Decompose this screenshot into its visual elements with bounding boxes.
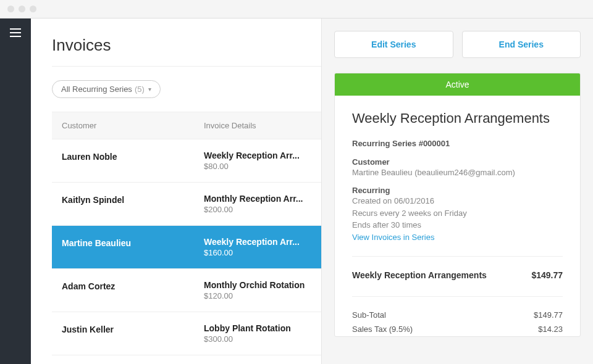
row-title: Lobby Plant Rotation [204, 323, 321, 333]
recurring-label: Recurring [352, 186, 563, 195]
window-zoom-dot[interactable] [30, 6, 36, 12]
end-series-button[interactable]: End Series [462, 31, 581, 58]
series-card: Active Weekly Reception Arrangements Rec… [334, 73, 581, 337]
filter-recurring-series[interactable]: All Recurring Series (5) ▾ [52, 80, 161, 98]
subtotal-label: Sub-Total [352, 310, 386, 320]
hamburger-icon[interactable] [10, 28, 21, 37]
table-row[interactable]: Adam Cortez Monthly Orchid Rotation $120… [52, 269, 321, 312]
tax-label: Sales Tax (9.5%) [352, 325, 413, 334]
row-customer: Adam Cortez [62, 280, 204, 300]
invoices-panel: Invoices All Recurring Series (5) ▾ Cust… [31, 19, 321, 364]
table-row[interactable]: Kaitlyn Spindel Monthly Reception Arr...… [52, 183, 321, 226]
status-badge: Active [335, 73, 580, 96]
row-amount: $160.00 [204, 248, 321, 257]
edit-series-button[interactable]: Edit Series [334, 31, 453, 58]
line-item-name: Weekly Reception Arrangements [352, 270, 487, 280]
row-amount: $120.00 [204, 291, 321, 300]
row-title: Weekly Reception Arr... [204, 237, 321, 247]
row-title: Weekly Reception Arr... [204, 151, 321, 160]
recurring-ends: Ends after 30 times [352, 219, 563, 231]
row-amount: $200.00 [204, 205, 321, 214]
subtotal-row: Sub-Total $149.77 [352, 308, 563, 322]
detail-panel: Edit Series End Series Active Weekly Rec… [321, 19, 593, 364]
customer-label: Customer [352, 157, 563, 167]
customer-value: Martine Beaulieu (beaulieum246@gmail.com… [352, 167, 563, 179]
row-title: Monthly Reception Arr... [204, 194, 321, 204]
row-amount: $300.00 [204, 334, 321, 344]
row-customer: Martine Beaulieu [62, 237, 204, 257]
recurring-frequency: Recurs every 2 weeks on Friday [352, 207, 563, 220]
row-amount: $80.00 [204, 162, 321, 171]
page-title: Invoices [52, 36, 321, 67]
series-id: Recurring Series #000001 [352, 138, 563, 150]
view-invoices-link[interactable]: View Invoices in Series [352, 233, 434, 242]
column-customer: Customer [62, 121, 204, 130]
series-title: Weekly Reception Arrangements [352, 110, 563, 126]
sidebar-nav [0, 19, 31, 364]
table-row[interactable]: Lauren Noble Weekly Reception Arr... $80… [52, 139, 321, 183]
table-header: Customer Invoice Details [52, 112, 321, 139]
table-row[interactable]: Justin Keller Lobby Plant Rotation $300.… [52, 312, 321, 355]
row-customer: Justin Keller [62, 323, 204, 344]
tax-value: $14.23 [538, 325, 563, 334]
filter-count: (5) [135, 85, 145, 94]
line-item: Weekly Reception Arrangements $149.77 [352, 268, 563, 283]
row-title: Monthly Orchid Rotation [204, 280, 321, 290]
line-item-price: $149.77 [531, 270, 563, 280]
window-minimize-dot[interactable] [19, 6, 25, 12]
tax-row: Sales Tax (9.5%) $14.23 [352, 322, 563, 336]
chevron-down-icon: ▾ [148, 86, 151, 93]
window-chrome [0, 0, 593, 19]
divider [352, 256, 563, 257]
subtotal-value: $149.77 [534, 310, 563, 320]
row-customer: Lauren Noble [62, 151, 204, 171]
table-row[interactable]: Martine Beaulieu Weekly Reception Arr...… [52, 226, 321, 269]
window-close-dot[interactable] [7, 6, 14, 12]
filter-label: All Recurring Series [61, 85, 132, 94]
divider [352, 296, 563, 297]
row-customer: Kaitlyn Spindel [62, 194, 204, 214]
recurring-created: Created on 06/01/2016 [352, 195, 563, 207]
column-invoice-details: Invoice Details [204, 121, 321, 130]
